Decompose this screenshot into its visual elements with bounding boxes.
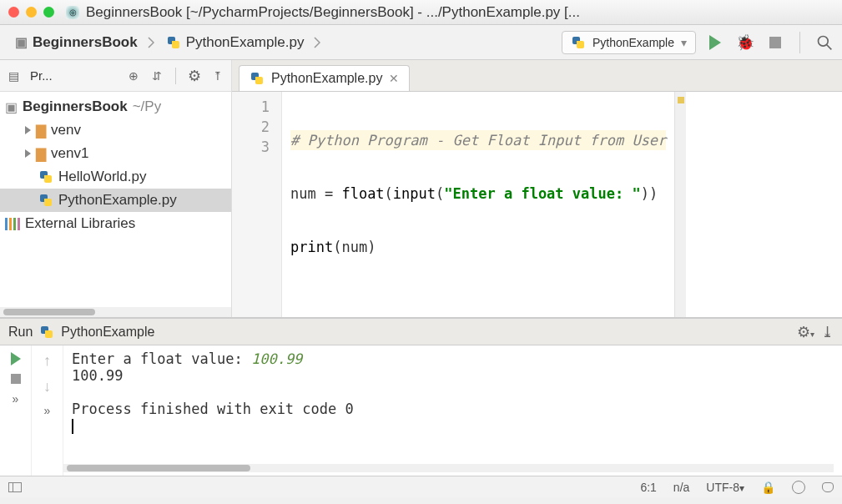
inspector-icon[interactable]	[792, 481, 805, 494]
tree-item-label: venv	[51, 122, 81, 139]
python-icon	[39, 325, 54, 340]
lock-icon[interactable]: 🔒	[761, 481, 775, 494]
encoding-status[interactable]: UTF-8▾	[706, 481, 744, 494]
stop-button[interactable]	[766, 33, 784, 52]
status-bar: 6:1 n/a UTF-8▾ 🔒	[0, 476, 842, 497]
tree-item-label: venv1	[51, 145, 88, 162]
console-line: 100.99	[72, 367, 834, 384]
line-number: 2	[237, 117, 270, 137]
console-scrollbar[interactable]	[63, 464, 834, 472]
play-icon	[709, 35, 721, 50]
sidebar-scrollbar[interactable]	[0, 307, 231, 317]
editor-scrollbar[interactable]	[674, 92, 686, 317]
run-config-name: PythonExample	[61, 325, 154, 340]
app-icon: ◎	[66, 6, 79, 19]
gear-icon[interactable]: ⚙	[186, 68, 203, 84]
python-icon	[250, 71, 265, 86]
breadcrumb: ▣ BeginnersBook PythonExample.py	[8, 31, 322, 54]
run-label: Run	[8, 325, 33, 340]
run-button[interactable]	[706, 33, 724, 52]
notifications-icon[interactable]	[822, 482, 834, 492]
folder-icon: ▣	[15, 34, 28, 50]
run-configuration-selector[interactable]: PythonExample ▾	[562, 31, 696, 54]
console-input-value: 100.99	[251, 350, 302, 367]
main-area: ▤ Pr... ⊕ ⇵ ⚙ ⤒ ▣ BeginnersBook ~/Py ▇ v…	[0, 60, 842, 317]
minimize-window-button[interactable]	[26, 7, 37, 18]
target-icon[interactable]: ⊕	[125, 68, 142, 84]
run-panel-body: » ↑ ↓ » Enter a float value: 100.99 100.…	[0, 345, 842, 476]
tree-item-pythonexample[interactable]: PythonExample.py	[0, 189, 231, 212]
python-icon	[38, 169, 53, 184]
scrollbar-thumb[interactable]	[3, 309, 95, 315]
tree-external-label: External Libraries	[25, 215, 135, 232]
breadcrumb-file[interactable]: PythonExample.py	[159, 31, 311, 54]
chevron-right-icon	[314, 35, 322, 50]
python-icon	[571, 35, 586, 50]
console-prompt: Enter a float value:	[72, 350, 251, 367]
run-panel: Run PythonExample ⚙▾ ⤓ » ↑ ↓ » Enter a f…	[0, 317, 842, 476]
search-button[interactable]	[815, 33, 834, 52]
play-icon	[11, 352, 21, 365]
maximize-window-button[interactable]	[43, 7, 54, 18]
expand-icon[interactable]	[25, 149, 31, 158]
breadcrumb-project[interactable]: ▣ BeginnersBook	[8, 31, 144, 54]
tree-root[interactable]: ▣ BeginnersBook ~/Py	[0, 95, 231, 118]
hide-icon[interactable]: ⤒	[209, 68, 226, 84]
editor-tab[interactable]: PythonExample.py ✕	[239, 65, 410, 91]
sidebar-toolbar-label: Pr...	[30, 68, 53, 83]
line-number: 3	[237, 137, 270, 157]
code-content[interactable]: # Python Program - Get Float Input from …	[282, 92, 674, 317]
editor-tab-label: PythonExample.py	[271, 71, 382, 86]
run-controls-nav: ↑ ↓ »	[32, 345, 63, 476]
expand-icon[interactable]	[25, 126, 31, 134]
folder-icon: ▇	[36, 123, 46, 139]
tree-item-venv[interactable]: ▇ venv	[0, 118, 231, 142]
console-exit: Process finished with exit code 0	[72, 401, 834, 417]
titlebar: ◎ BeginnersBook [~/PycharmProjects/Begin…	[0, 0, 842, 25]
breadcrumb-project-label: BeginnersBook	[33, 34, 138, 51]
cursor	[72, 419, 73, 434]
expand-button[interactable]: »	[44, 404, 51, 417]
tree-item-venv1[interactable]: ▇ venv1	[0, 142, 231, 165]
tree-item-label: PythonExample.py	[58, 192, 177, 209]
sidebar-toolbar: ▤ Pr... ⊕ ⇵ ⚙ ⤒	[0, 60, 231, 92]
project-view-icon[interactable]: ▤	[5, 68, 22, 84]
svg-line-1	[827, 44, 832, 49]
stop-button[interactable]	[11, 374, 21, 384]
chevron-right-icon	[148, 35, 156, 50]
warning-marker[interactable]	[678, 97, 684, 103]
down-button[interactable]: ↓	[43, 378, 51, 396]
close-window-button[interactable]	[8, 7, 19, 18]
line-gutter: 1 2 3	[232, 92, 282, 317]
run-config-label: PythonExample	[592, 36, 674, 49]
cursor-position[interactable]: 6:1	[640, 481, 656, 494]
tree-item-helloworld[interactable]: HelloWorld.py	[0, 165, 231, 189]
code-editor[interactable]: 1 2 3 # Python Program - Get Float Input…	[232, 92, 842, 317]
layout-icon[interactable]	[8, 482, 22, 492]
navigation-toolbar: ▣ BeginnersBook PythonExample.py PythonE…	[0, 25, 842, 60]
line-separator-status[interactable]: n/a	[673, 481, 689, 494]
gear-icon[interactable]: ⚙▾	[797, 323, 814, 341]
collapse-icon[interactable]: ⇵	[149, 68, 165, 84]
project-sidebar: ▤ Pr... ⊕ ⇵ ⚙ ⤒ ▣ BeginnersBook ~/Py ▇ v…	[0, 60, 232, 317]
rerun-button[interactable]	[11, 352, 21, 365]
tree-external-libraries[interactable]: External Libraries	[0, 212, 231, 235]
download-icon[interactable]: ⤓	[821, 323, 834, 341]
window-title: BeginnersBook [~/PycharmProjects/Beginne…	[86, 4, 580, 21]
expand-button[interactable]: »	[13, 392, 19, 406]
close-tab-icon[interactable]: ✕	[389, 72, 399, 85]
editor-area: PythonExample.py ✕ 1 2 3 # Python Progra…	[232, 60, 842, 317]
up-button[interactable]: ↑	[43, 352, 51, 370]
code-comment: # Python Program - Get Float Input from …	[290, 130, 666, 150]
scrollbar-thumb[interactable]	[67, 465, 250, 471]
run-panel-header: Run PythonExample ⚙▾ ⤓	[0, 319, 842, 345]
python-icon	[38, 193, 53, 208]
breadcrumb-file-label: PythonExample.py	[186, 34, 305, 51]
stop-icon	[769, 37, 781, 48]
folder-icon: ▇	[36, 146, 46, 162]
tree-root-path: ~/Py	[133, 98, 162, 115]
debug-button[interactable]: 🐞	[736, 33, 754, 52]
tree-item-label: HelloWorld.py	[58, 169, 147, 185]
divider	[175, 68, 176, 84]
console-output[interactable]: Enter a float value: 100.99 100.99 Proce…	[63, 345, 842, 476]
